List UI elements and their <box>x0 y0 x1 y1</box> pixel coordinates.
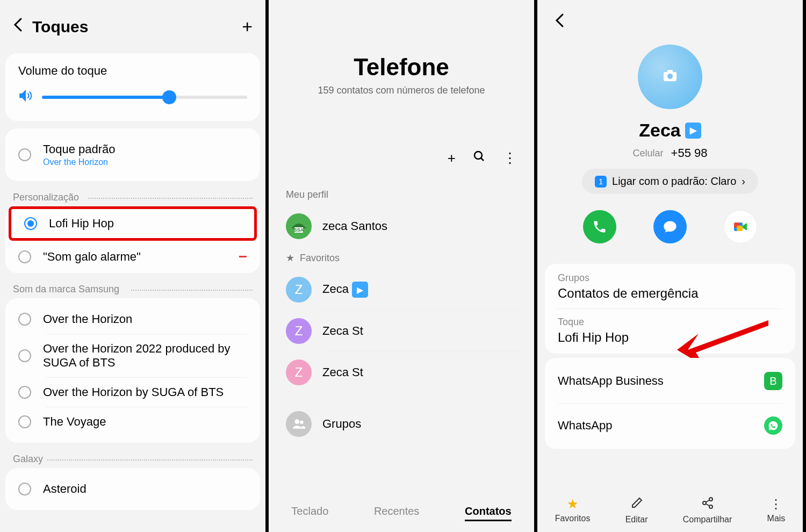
radio-unchecked[interactable] <box>18 386 31 399</box>
lofi-ringtone-item[interactable]: Lofi Hip Hop <box>11 209 254 238</box>
svg-rect-8 <box>667 70 673 73</box>
groups-label: Grupos <box>322 417 361 431</box>
tab-favorites[interactable]: ★ Favoritos <box>555 497 591 524</box>
search-icon[interactable] <box>473 150 486 167</box>
pencil-icon <box>630 497 643 513</box>
radio-unchecked[interactable] <box>18 148 31 161</box>
ringtone-label: Toque padrão <box>43 142 116 156</box>
contact-avatar: Z <box>286 277 312 303</box>
svg-point-14 <box>709 505 713 508</box>
video-call-button[interactable] <box>724 210 757 243</box>
favorite-row[interactable]: Z Zeca ▶ <box>282 269 521 310</box>
add-contact-icon[interactable]: + <box>448 150 456 167</box>
sim-badge-icon: 1 <box>595 176 607 188</box>
favorite-row[interactable]: Z Zeca St <box>282 352 521 393</box>
call-button[interactable] <box>583 210 616 243</box>
play-badge-icon: ▶ <box>352 282 368 298</box>
whatsapp-row[interactable]: WhatsApp <box>558 411 782 440</box>
contact-detail-panel: Zeca ▶ Celular +55 98 1 Ligar com o padr… <box>537 0 806 532</box>
contact-name: Zeca St <box>322 324 363 338</box>
star-icon: ★ <box>567 497 579 512</box>
more-icon: ⋮ <box>769 497 782 512</box>
more-icon[interactable]: ⋮ <box>503 150 517 167</box>
tab-recent[interactable]: Recentes <box>374 505 420 521</box>
radio-unchecked[interactable] <box>18 313 31 326</box>
radio-unchecked[interactable] <box>18 483 31 495</box>
star-icon: ★ <box>286 252 294 264</box>
svg-line-1 <box>481 158 484 161</box>
svg-text:SSA: SSA <box>294 227 304 233</box>
phone-title: Telefone <box>282 54 521 81</box>
ringtone-item[interactable]: The Voyage <box>5 407 260 436</box>
svg-point-12 <box>709 498 713 501</box>
back-icon[interactable] <box>537 0 803 45</box>
whatsapp-card: WhatsApp Business B WhatsApp <box>545 358 795 449</box>
ringtone-card-personalization: Lofi Hip Hop "Som galo alarme" − <box>5 206 260 273</box>
ringtone-card-galaxy: Asteroid <box>5 468 260 510</box>
ringtone-label: Over the Horizon by SUGA of BTS <box>43 385 224 399</box>
svg-point-5 <box>300 421 304 425</box>
contact-name: Zeca St <box>322 365 363 379</box>
contact-name: Zeca ▶ <box>639 120 701 141</box>
tone-label: Toque <box>558 317 782 328</box>
ringtone-label: Over the Horizon 2022 produced by SUGA o… <box>43 342 247 370</box>
tab-contacts[interactable]: Contatos <box>465 505 512 521</box>
play-badge-icon: ▶ <box>685 123 701 139</box>
ringtone-label: Over the Horizon <box>43 312 132 326</box>
phone-panel: Telefone 159 contatos com números de tel… <box>269 0 537 532</box>
whatsapp-business-icon: B <box>764 372 782 390</box>
chevron-right-icon: › <box>742 175 745 188</box>
ringtone-item[interactable]: Over the Horizon 2022 produced by SUGA o… <box>5 334 260 377</box>
message-button[interactable] <box>653 210 687 243</box>
call-default-chip[interactable]: 1 Ligar com o padrão: Claro › <box>582 169 758 194</box>
contact-avatar: Z <box>286 318 312 344</box>
tab-edit[interactable]: Editar <box>625 497 648 524</box>
ringtone-label: Asteroid <box>43 482 87 496</box>
page-title: Toques <box>32 18 88 36</box>
ringtone-card-default: Toque padrão Over the Horizon <box>5 128 260 181</box>
section-personalization: Personalização <box>0 189 265 206</box>
section-galaxy: Galaxy <box>0 450 265 468</box>
svg-rect-11 <box>737 226 743 231</box>
remove-icon[interactable]: − <box>239 248 247 265</box>
favorite-row[interactable]: Z Zeca St <box>282 311 521 351</box>
phone-type-label: Celular <box>633 148 664 159</box>
volume-slider[interactable] <box>42 96 247 99</box>
radio-unchecked[interactable] <box>18 250 31 263</box>
svg-line-16 <box>706 504 709 506</box>
radio-unchecked[interactable] <box>18 349 31 362</box>
add-icon[interactable]: + <box>242 16 253 37</box>
tab-keyboard[interactable]: Teclado <box>291 505 328 521</box>
ringtones-panel: Toques + Volume do toque Toque padrão Ov… <box>0 0 269 532</box>
ringtone-item[interactable]: Over the Horizon <box>5 305 260 334</box>
whatsapp-icon <box>764 416 782 435</box>
volume-icon <box>18 89 32 106</box>
svg-line-15 <box>706 500 709 502</box>
bottom-tabs: Teclado Recentes Contatos <box>269 494 534 532</box>
section-my-profile: Meu perfil <box>286 189 517 200</box>
section-samsung: Som da marca Samsung <box>0 281 265 298</box>
tone-value[interactable]: Lofi Hip Hop <box>558 330 782 345</box>
ringtone-card-samsung: Over the Horizon Over the Horizon 2022 p… <box>5 298 260 443</box>
galo-ringtone-item[interactable]: "Som galo alarme" − <box>5 241 260 273</box>
contact-bottom-tabs: ★ Favoritos Editar Compartilhar ⋮ Mais <box>537 489 803 532</box>
ringtone-label: The Voyage <box>43 415 106 429</box>
groups-value[interactable]: Contatos de emergência <box>558 286 782 301</box>
contact-name: zeca Santos <box>322 219 387 233</box>
default-ringtone-item[interactable]: Toque padrão Over the Horizon <box>5 135 260 175</box>
radio-checked[interactable] <box>24 217 37 230</box>
radio-unchecked[interactable] <box>18 415 31 428</box>
tab-more[interactable]: ⋮ Mais <box>767 497 786 524</box>
profile-row[interactable]: SSA zeca Santos <box>282 206 521 247</box>
ringtone-label: "Som galo alarme" <box>43 250 141 264</box>
volume-card: Volume do toque <box>5 53 260 121</box>
contact-avatar[interactable] <box>638 45 702 109</box>
back-icon[interactable] <box>13 17 23 36</box>
phone-number: +55 98 <box>671 146 708 160</box>
share-icon <box>701 497 714 513</box>
tab-share[interactable]: Compartilhar <box>683 497 732 524</box>
ringtone-item[interactable]: Over the Horizon by SUGA of BTS <box>5 378 260 407</box>
groups-row[interactable]: Grupos <box>282 404 521 444</box>
whatsapp-business-row[interactable]: WhatsApp Business B <box>558 366 782 396</box>
ringtone-item[interactable]: Asteroid <box>5 475 260 504</box>
